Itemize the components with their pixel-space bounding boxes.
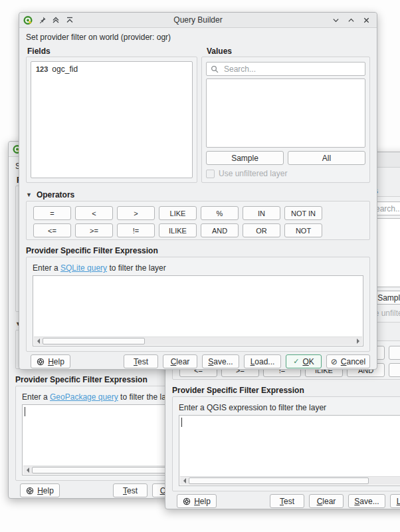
filter-hint: Enter a SQLite query to filter the layer <box>33 263 166 273</box>
text-caret <box>181 418 182 427</box>
dialog-button-row: Help Test Clear Save... Load... ✓OK ⊘Can… <box>172 494 400 508</box>
test-button[interactable]: Test <box>124 354 158 368</box>
horizontal-scrollbar[interactable] <box>34 336 362 345</box>
save-button[interactable]: Save... <box>348 494 385 508</box>
sample-button[interactable]: Sample <box>206 151 284 165</box>
filter-expression-label: Provider Specific Filter Expression <box>172 386 304 395</box>
all-button[interactable]: All <box>288 151 365 165</box>
operators-header[interactable]: ▼ Operators <box>26 190 74 200</box>
field-list-item[interactable]: 123 ogc_fid <box>31 62 192 76</box>
text-caret <box>25 407 25 416</box>
provider-filter-subtitle: Set provider filter on world (provider: … <box>26 33 171 42</box>
query-builder-dialog: Query Builder Set provider filter on wor… <box>19 12 377 370</box>
cancel-icon: ⊘ <box>331 357 338 366</box>
operator-button[interactable]: OR <box>389 363 400 377</box>
filter-expression-label: Provider Specific Filter Expression <box>15 375 148 384</box>
scroll-left-icon[interactable] <box>34 337 43 345</box>
desktop: { "colors": { "window_bg": "#eff0f1", "t… <box>0 0 400 532</box>
scrollbar-track[interactable] <box>189 477 400 485</box>
operator-button[interactable]: IN <box>243 206 280 220</box>
clear-button[interactable]: Clear <box>163 354 197 368</box>
collapse-triangle-icon[interactable]: ▼ <box>26 192 32 198</box>
help-button[interactable]: Help <box>20 483 60 497</box>
field-type-icon: 123 <box>36 65 48 73</box>
cancel-button[interactable]: ⊘Cancel <box>326 354 370 368</box>
scroll-left-icon[interactable] <box>180 477 189 485</box>
filter-hint: Enter a GeoPackage query to filter the l… <box>22 392 177 402</box>
filter-expression-label: Provider Specific Filter Expression <box>26 246 158 255</box>
operator-button[interactable]: <= <box>33 223 71 237</box>
operator-button[interactable]: ILIKE <box>159 223 197 237</box>
filter-hint: Enter a QGIS expression to filter the la… <box>179 403 326 412</box>
scrollbar-thumb[interactable] <box>189 477 369 484</box>
help-icon <box>37 358 45 366</box>
close-icon[interactable] <box>361 15 371 25</box>
check-icon: ✓ <box>293 357 299 366</box>
field-name: ogc_fid <box>52 65 78 74</box>
values-frame: Sample All Use unfiltered layer <box>201 57 370 183</box>
qgis-logo-icon <box>23 15 33 25</box>
operators-frame: =<>LIKE%INNOT IN <=>=!=ILIKEANDORNOT <box>26 201 370 240</box>
shade-icon[interactable] <box>51 15 60 25</box>
dialog-button-row: Help Test Clear Save... Load... ✓OK ⊘Can… <box>26 354 370 368</box>
scrollbar-thumb[interactable] <box>43 338 145 344</box>
provider-query-link[interactable]: SQLite query <box>60 263 107 273</box>
clear-button[interactable]: Clear <box>309 494 344 508</box>
fields-label: Fields <box>27 47 50 56</box>
operator-button[interactable]: NOT <box>284 223 322 237</box>
scrollbar-track[interactable] <box>43 337 353 345</box>
operator-button[interactable]: NOT IN <box>284 206 322 220</box>
operator-button[interactable]: >= <box>75 223 113 237</box>
load-button[interactable]: Load... <box>390 494 400 508</box>
scroll-right-icon[interactable] <box>353 337 362 345</box>
operator-button[interactable]: < <box>75 206 113 220</box>
search-input[interactable] <box>223 64 361 74</box>
search-icon <box>211 65 219 73</box>
fields-frame: 123 ogc_fid <box>26 57 197 183</box>
help-button[interactable]: Help <box>177 494 217 508</box>
operator-button[interactable]: OR <box>243 223 280 237</box>
filter-expression-textarea[interactable] <box>33 275 363 346</box>
operator-button[interactable]: % <box>201 206 239 220</box>
test-button[interactable]: Test <box>270 494 304 508</box>
use-unfiltered-checkbox[interactable] <box>206 170 215 178</box>
operators-label: Operators <box>37 190 74 200</box>
horizontal-scrollbar[interactable] <box>180 476 400 485</box>
operator-button[interactable]: IN <box>389 346 400 360</box>
test-button[interactable]: Test <box>113 483 148 497</box>
use-unfiltered-label: Use unfiltered layer <box>219 169 287 178</box>
values-label: Values <box>207 47 232 56</box>
values-list[interactable] <box>206 78 365 148</box>
pin-icon[interactable] <box>37 15 47 25</box>
operator-button[interactable]: > <box>117 206 155 220</box>
operator-button[interactable]: LIKE <box>159 206 197 220</box>
roll-down-icon[interactable] <box>331 15 340 25</box>
filter-expression-textarea[interactable] <box>179 415 400 486</box>
operator-button[interactable]: != <box>117 223 155 237</box>
window-title: Query Builder <box>72 13 324 27</box>
values-search[interactable] <box>206 62 365 76</box>
operator-button[interactable]: AND <box>201 223 239 237</box>
help-icon <box>26 487 34 495</box>
provider-query-link[interactable]: GeoPackage query <box>50 392 118 402</box>
fields-list[interactable]: 123 ogc_fid <box>31 61 193 178</box>
scroll-left-icon[interactable] <box>23 466 32 474</box>
load-button[interactable]: Load... <box>244 354 281 368</box>
save-button[interactable]: Save... <box>202 354 239 368</box>
help-button[interactable]: Help <box>31 354 70 368</box>
help-icon <box>183 497 191 505</box>
roll-up-icon[interactable] <box>346 15 355 25</box>
operator-button[interactable]: = <box>33 206 71 220</box>
titlebar[interactable]: Query Builder <box>19 13 377 28</box>
ok-button[interactable]: ✓OK <box>286 354 322 368</box>
